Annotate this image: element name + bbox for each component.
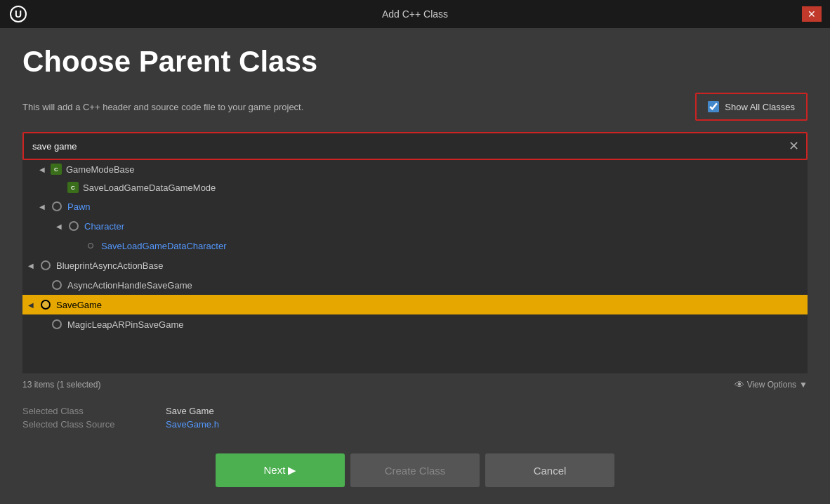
show-all-label: Show All Classes: [725, 102, 795, 112]
selected-class-row: Selected Class Save Game: [22, 406, 808, 416]
icon-async-save: [51, 279, 63, 291]
main-content: Choose Parent Class This will add a C++ …: [0, 28, 830, 504]
close-button[interactable]: ✕: [802, 6, 822, 22]
icon-saveload-char: [84, 239, 97, 252]
tree-item-saveload-gamemode[interactable]: C SaveLoadGameDataGameMode: [22, 178, 808, 197]
label-async-save: AsyncActionHandleSaveGame: [67, 280, 192, 291]
search-input[interactable]: [24, 133, 782, 159]
description-text: This will add a C++ header and source co…: [22, 102, 303, 112]
footer-buttons: Next ▶ Create Class Cancel: [22, 442, 808, 493]
tree-item-character[interactable]: Character: [22, 216, 808, 236]
selected-class-source-label: Selected Class Source: [22, 419, 149, 430]
icon-magicleap: [51, 318, 63, 331]
icon-character: [67, 220, 80, 232]
arrow-savegame: [28, 301, 37, 309]
arrow-character: [56, 223, 65, 230]
label-saveload-char: SaveLoadGameDataCharacter: [101, 241, 227, 251]
next-button[interactable]: Next ▶: [216, 453, 345, 487]
eye-icon: 👁: [735, 379, 744, 390]
tree-item-async-save[interactable]: AsyncActionHandleSaveGame: [22, 275, 808, 295]
label-blueprint-async: BlueprintAsyncActionBase: [56, 260, 163, 271]
class-tree[interactable]: C GameModeBase C SaveLoadGameDataGameMod…: [22, 160, 808, 373]
view-options-label: View Options: [747, 380, 796, 390]
arrow-blueprint-async: [28, 262, 37, 270]
label-savegame: SaveGame: [56, 300, 102, 310]
selected-class-source-value: SaveGame.h: [166, 419, 219, 430]
tree-item-saveload-char[interactable]: SaveLoadGameDataCharacter: [22, 236, 808, 256]
page-title: Choose Parent Class: [22, 45, 808, 79]
label-gamemode: GameModeBase: [66, 164, 135, 175]
create-class-button[interactable]: Create Class: [350, 453, 480, 487]
arrow-pawn: [39, 203, 48, 211]
label-saveload-gamemode: SaveLoadGameDataGameMode: [83, 183, 216, 193]
search-row: ✕: [22, 132, 808, 160]
icon-pawn: [51, 200, 63, 213]
tree-item-blueprint-async[interactable]: BlueprintAsyncActionBase: [22, 256, 808, 275]
show-all-classes-checkbox[interactable]: Show All Classes: [695, 93, 808, 121]
selected-class-source-row: Selected Class Source SaveGame.h: [22, 419, 808, 430]
search-clear-button[interactable]: ✕: [782, 133, 806, 159]
label-pawn: Pawn: [67, 201, 91, 212]
selected-class-label: Selected Class: [22, 406, 149, 416]
status-row: 13 items (1 selected) 👁 View Options ▼: [22, 373, 808, 396]
cancel-button[interactable]: Cancel: [485, 453, 614, 487]
tree-item-gamemode[interactable]: C GameModeBase: [22, 160, 808, 178]
tree-item-savegame[interactable]: SaveGame: [22, 295, 808, 314]
selected-class-value: Save Game: [166, 406, 214, 416]
chevron-down-icon: ▼: [799, 380, 808, 390]
app-logo: U: [8, 4, 28, 24]
window-title: Add C++ Class: [28, 8, 802, 20]
title-bar: U Add C++ Class ✕: [0, 0, 830, 28]
tree-item-magicleap[interactable]: MagicLeapARPinSaveGame: [22, 314, 808, 334]
icon-blueprint-async: [39, 259, 52, 272]
icon-savegame: [39, 298, 52, 311]
label-magicleap: MagicLeapARPinSaveGame: [67, 319, 183, 330]
view-options-button[interactable]: 👁 View Options ▼: [735, 379, 808, 390]
icon-gamemode: C: [51, 164, 62, 175]
label-character: Character: [84, 221, 124, 232]
top-row: This will add a C++ header and source co…: [22, 93, 808, 121]
arrow-gamemode: [39, 166, 48, 173]
info-panel: Selected Class Save Game Selected Class …: [22, 396, 808, 442]
show-all-checkbox-input[interactable]: [708, 101, 719, 112]
svg-text:U: U: [15, 8, 22, 20]
icon-saveload-gamemode: C: [67, 182, 79, 193]
status-text: 13 items (1 selected): [22, 380, 100, 390]
tree-item-pawn[interactable]: Pawn: [22, 197, 808, 216]
